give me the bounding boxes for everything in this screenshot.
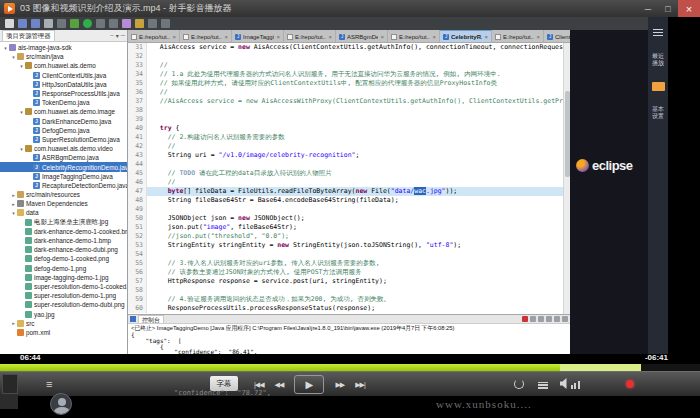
skip-back-button[interactable]: |◀◀ bbox=[254, 381, 264, 389]
playlist-icon[interactable]: ≡ bbox=[46, 376, 52, 392]
tree-item-label: yao.jpg bbox=[34, 311, 55, 318]
sidebar-item[interactable]: 最近 播放 bbox=[652, 53, 664, 67]
sidebar-item[interactable]: 基本 设置 bbox=[652, 106, 664, 120]
tree-item: dark-enhance-demo-1.bmp bbox=[0, 236, 127, 245]
editor-tab: E:/repo/tut...× bbox=[128, 30, 180, 43]
code-text: // 3.传入名人识别服务对应的uri参数, 传入名人识别服务需要的参数, bbox=[147, 259, 380, 268]
player-sidebar: 最近 播放基本 设置 bbox=[648, 17, 668, 354]
java-file-icon: J bbox=[235, 34, 241, 40]
tree-item: JHttpJsonDataUtils.java bbox=[0, 80, 127, 89]
close-tab-icon: × bbox=[276, 34, 280, 40]
step-forward-button[interactable]: ▶▶ bbox=[335, 381, 344, 389]
close-tab-icon: × bbox=[224, 34, 228, 40]
line-number: 40 bbox=[128, 124, 147, 133]
code-text bbox=[147, 115, 152, 124]
package-explorer-header: 项目资源管理器 −▾─ bbox=[0, 30, 127, 42]
current-time: 06:44 bbox=[20, 353, 40, 362]
close-tab-icon: × bbox=[380, 34, 384, 40]
code-line: 56 // 该参数主要通过JSON对象的方式传入, 使用POST方法调用服务 bbox=[128, 268, 570, 277]
code-text: String fileBase64Str = Base64.encodeBase… bbox=[147, 196, 399, 205]
video-display[interactable]: 项目资源管理器 −▾─ ▾ais-image-java-sdk▾src/main… bbox=[0, 17, 700, 354]
sidebar-menu-icon[interactable] bbox=[653, 27, 663, 38]
tree-item-label: ResponseProcessUtils.java bbox=[42, 90, 120, 97]
image-icon bbox=[25, 265, 32, 272]
xml-icon bbox=[17, 329, 24, 336]
line-number: 32 bbox=[128, 52, 147, 61]
editor-tab-label: E:/repo/tut... bbox=[503, 34, 534, 40]
code-editor-panel: E:/repo/tut...×E:/repo/tut...×JImageTagg… bbox=[128, 30, 570, 354]
tree-item-label: HttpJsonDataUtils.java bbox=[42, 81, 107, 88]
close-tab-icon: × bbox=[536, 34, 540, 40]
tree-item-label: defog-demo-1-cooked.png bbox=[34, 255, 109, 262]
console-line: "confidence": "86.41", bbox=[131, 349, 570, 354]
java-icon: J bbox=[33, 173, 40, 180]
java-icon: J bbox=[33, 90, 40, 97]
print-icon bbox=[44, 19, 53, 28]
close-button[interactable]: × bbox=[678, 0, 700, 17]
new-java-class-icon bbox=[109, 19, 118, 28]
line-number: 31 bbox=[128, 43, 147, 52]
expand-icon: ▸ bbox=[10, 192, 17, 198]
image-icon bbox=[25, 274, 32, 281]
tree-item-label: com.huawei.ais.demo bbox=[34, 62, 96, 69]
minimize-button[interactable]: ─ bbox=[638, 0, 658, 17]
eclipse-welcome-panel: eclipse bbox=[570, 30, 648, 354]
tree-item: pom.xml bbox=[0, 328, 127, 337]
tree-item-label: SuperResolutionDemo.java bbox=[42, 136, 120, 143]
maximize-button[interactable]: □ bbox=[658, 0, 678, 17]
code-line: 58 bbox=[128, 286, 570, 295]
editor-tab: E:/repo/tut...× bbox=[492, 30, 544, 43]
editor-tab: JASRBgmDemo.java× bbox=[336, 30, 388, 43]
console-icon bbox=[130, 316, 136, 322]
console-panel: 控制台 <已终止> ImageTaggingDemo [Java 应用程序] C… bbox=[128, 314, 570, 354]
sidebar-highlight-button[interactable] bbox=[652, 82, 665, 91]
volume-bar bbox=[571, 385, 573, 389]
code-line: 57 HttpResponse response = service.post(… bbox=[128, 277, 570, 286]
image-icon bbox=[25, 283, 32, 290]
scroll-lock-icon bbox=[546, 316, 552, 322]
watermark: www.xunbsoku.... bbox=[436, 398, 532, 410]
tree-item-label: RecaptureDetectionDemo.java bbox=[42, 182, 127, 189]
tree-item-label: image-tagging-demo-1.jpg bbox=[34, 274, 109, 281]
tree-item: JDarkEnhanceDemo.java bbox=[0, 117, 127, 126]
skip-forward-button[interactable]: ▶▶| bbox=[355, 381, 365, 389]
navigation-forward-icon bbox=[161, 19, 170, 28]
bottom-letterbox: www.xunbsoku.... bbox=[0, 396, 700, 418]
seek-progress bbox=[0, 364, 560, 371]
collapse-icon: ▾ bbox=[10, 210, 17, 216]
tree-item: JImageTaggingDemo.java bbox=[0, 172, 127, 181]
line-number: 55 bbox=[128, 259, 147, 268]
editor-tab-label: E:/repo/tut... bbox=[191, 34, 222, 40]
tree-item: dark-enhance-demo-dubi.png bbox=[0, 245, 127, 254]
tree-item: ▾src/main/java bbox=[0, 52, 127, 61]
expand-icon: ▸ bbox=[10, 320, 17, 326]
rotate-icon[interactable] bbox=[514, 379, 524, 389]
tree-item-label: 电影上海堡垒主演鹿晗.jpg bbox=[34, 218, 108, 227]
run-external-icon bbox=[96, 19, 105, 28]
image-icon bbox=[25, 292, 32, 299]
tree-item-label: dark-enhance-demo-dubi.png bbox=[34, 246, 118, 253]
tree-item-label: data bbox=[26, 209, 38, 216]
tree-item: JDefogDemo.java bbox=[0, 126, 127, 135]
collapse-icon: ▾ bbox=[2, 45, 9, 51]
tree-item: ▾data bbox=[0, 208, 127, 217]
tree-item: defog-demo-1-cooked.png bbox=[0, 254, 127, 263]
tree-item: JTokenDemo.java bbox=[0, 98, 127, 107]
code-line: 51 json.put("image", fileBase64Str); bbox=[128, 223, 570, 232]
tree-item: super-resolution-demo-1-cooked.png bbox=[0, 282, 127, 291]
play-button[interactable]: ▶ bbox=[294, 375, 324, 394]
code-line: 32 bbox=[128, 52, 570, 61]
step-back-button[interactable]: ◀◀ bbox=[275, 381, 284, 389]
queue-list-icon[interactable] bbox=[538, 380, 548, 390]
code-text bbox=[147, 250, 152, 259]
line-number: 43 bbox=[128, 151, 147, 160]
volume-control[interactable] bbox=[560, 378, 580, 389]
project-tree: ▾ais-image-java-sdk▾src/main/java▾com.hu… bbox=[0, 42, 127, 337]
code-text bbox=[147, 205, 152, 214]
build-icon bbox=[57, 19, 66, 28]
seek-bar[interactable] bbox=[0, 364, 700, 371]
navigation-back-icon bbox=[148, 19, 157, 28]
editor-tab: E:/repo/tut...× bbox=[180, 30, 232, 43]
open-type-icon bbox=[122, 19, 131, 28]
player-window: 03 图像和视频识别介绍及演示.mp4 - 射手影音播放器 ─ □ × 项目资源… bbox=[0, 0, 700, 418]
